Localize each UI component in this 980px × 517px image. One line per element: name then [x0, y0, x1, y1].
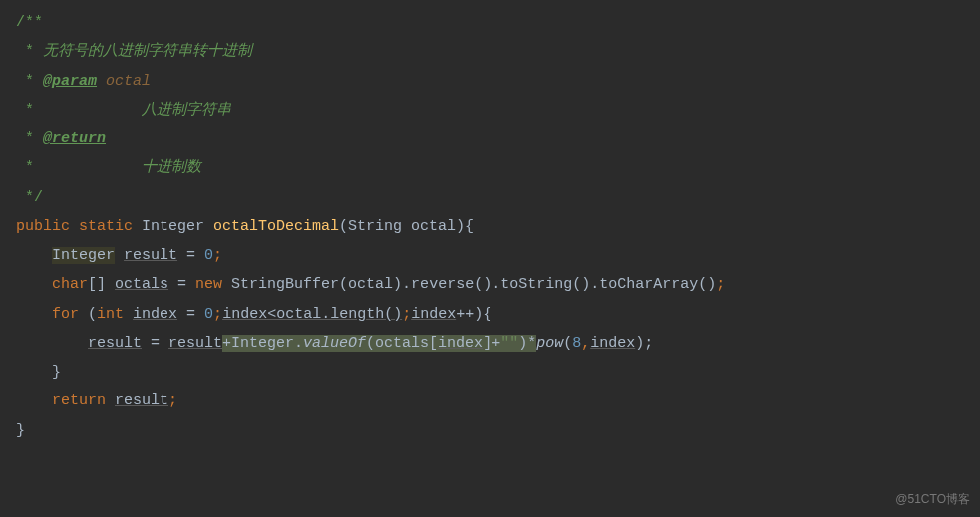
- var-index: index: [438, 335, 483, 352]
- type-integer: Integer: [52, 247, 115, 264]
- pad: [16, 392, 52, 409]
- doc-line: /**: [16, 14, 43, 31]
- method-name: octalToDecimal: [213, 218, 339, 235]
- inc: ++){: [456, 306, 491, 323]
- comma: ,: [581, 335, 590, 352]
- paren: (octals[: [366, 335, 438, 352]
- doc-return-desc: 十进制数: [142, 159, 201, 176]
- doc-param-tag: @param: [43, 73, 97, 90]
- method-sig: (String octal){: [339, 218, 474, 235]
- expr: StringBuffer(octal).reverse().toString()…: [231, 276, 716, 293]
- doc-desc: 无符号的八进制字符串转十进制: [43, 43, 252, 60]
- pad: [16, 335, 88, 352]
- ret-type: Integer: [142, 218, 213, 235]
- watermark: @51CTO博客: [895, 488, 970, 511]
- kw-public: public: [16, 218, 79, 235]
- var-result: result: [168, 335, 222, 352]
- eq: =: [142, 335, 168, 352]
- brace: }: [16, 422, 25, 439]
- brace: }: [16, 364, 61, 381]
- eq: =: [177, 306, 204, 323]
- paren: (: [563, 335, 572, 352]
- var-index: index: [590, 335, 635, 352]
- semi: ;: [168, 392, 177, 409]
- valueof: valueOf: [303, 335, 366, 352]
- bracket: ]+: [483, 335, 500, 352]
- doc-param-name: octal: [97, 73, 151, 90]
- kw-for: for: [52, 306, 88, 323]
- end: );: [635, 335, 653, 352]
- var-result: result: [124, 247, 177, 264]
- pad: [16, 306, 52, 323]
- var-index: index: [411, 306, 456, 323]
- doc-param-desc: 八进制字符串: [142, 102, 231, 119]
- paren: (: [88, 306, 97, 323]
- doc-return-tag: @return: [43, 130, 106, 147]
- arr: []: [88, 276, 115, 293]
- pad: [16, 276, 52, 293]
- kw-new: new: [195, 276, 231, 293]
- assign: =: [177, 247, 204, 264]
- doc-star: *: [16, 159, 142, 176]
- cond: index<octal.length(): [222, 306, 402, 323]
- num: 0: [204, 306, 213, 323]
- var-octals: octals: [115, 276, 168, 293]
- expr-plus: +Integer.: [222, 335, 303, 352]
- doc-star: *: [16, 43, 43, 60]
- pow: pow: [536, 335, 563, 352]
- kw-char: char: [52, 276, 88, 293]
- kw-int: int: [97, 306, 133, 323]
- var-result: result: [88, 335, 142, 352]
- doc-star: *: [16, 73, 43, 90]
- code-block: /** * 无符号的八进制字符串转十进制 * @param octal * 八进…: [0, 0, 980, 445]
- doc-star: *: [16, 102, 142, 119]
- semi: ;: [213, 306, 222, 323]
- var-index: index: [133, 306, 177, 323]
- sp: [115, 247, 124, 264]
- kw-static: static: [79, 218, 142, 235]
- doc-end: */: [16, 189, 43, 206]
- str-empty: "": [500, 335, 518, 352]
- doc-star: *: [16, 130, 43, 147]
- semi: ;: [716, 276, 725, 293]
- num: 0: [204, 247, 213, 264]
- kw-return: return: [52, 392, 115, 409]
- semi: ;: [402, 306, 411, 323]
- eq: =: [168, 276, 195, 293]
- var-result: result: [115, 392, 168, 409]
- pad: [16, 247, 52, 264]
- close: )*: [518, 335, 536, 352]
- semi: ;: [213, 247, 222, 264]
- num: 8: [572, 335, 581, 352]
